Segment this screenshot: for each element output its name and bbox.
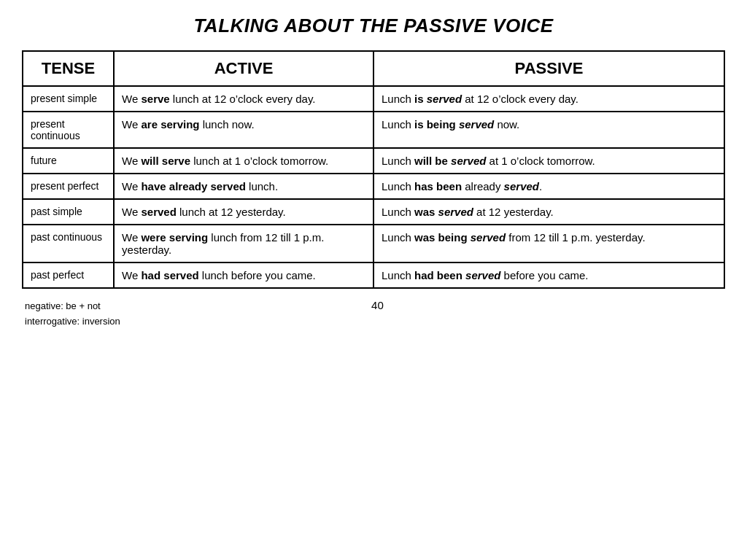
cell-tense: future [23, 148, 114, 174]
cell-tense: past continuous [23, 225, 114, 262]
cell-tense: present continuous [23, 112, 114, 148]
cell-active: We served lunch at 12 yesterday. [114, 199, 374, 225]
table-row: present perfectWe have already served lu… [23, 174, 724, 199]
cell-tense: past perfect [23, 262, 114, 288]
cell-passive: Lunch was being served from 12 till 1 p.… [374, 225, 724, 262]
footer: negative: be + not interrogative: invers… [22, 299, 725, 330]
table-row: present continuousWe are serving lunch n… [23, 112, 724, 148]
cell-active: We are serving lunch now. [114, 112, 374, 148]
cell-tense: present simple [23, 86, 114, 112]
footer-notes: negative: be + not interrogative: invers… [25, 299, 120, 330]
cell-active: We have already served lunch. [114, 174, 374, 199]
cell-active: We had served lunch before you came. [114, 262, 374, 288]
cell-passive: Lunch will be served at 1 o’clock tomorr… [374, 148, 724, 174]
footer-note-1: negative: be + not [25, 299, 120, 314]
page-number: 40 [120, 299, 635, 311]
table-row: past simpleWe served lunch at 12 yesterd… [23, 199, 724, 225]
passive-voice-table: TENSE ACTIVE PASSIVE present simpleWe se… [22, 50, 725, 289]
cell-passive: Lunch was served at 12 yesterday. [374, 199, 724, 225]
table-row: past continuousWe were serving lunch fro… [23, 225, 724, 262]
cell-tense: present perfect [23, 174, 114, 199]
table-row: present simpleWe serve lunch at 12 o’clo… [23, 86, 724, 112]
header-passive: PASSIVE [374, 51, 724, 86]
footer-note-2: interrogative: inversion [25, 314, 120, 330]
table-row: past perfectWe had served lunch before y… [23, 262, 724, 288]
cell-active: We were serving lunch from 12 till 1 p.m… [114, 225, 374, 262]
cell-passive: Lunch is served at 12 o’clock every day. [374, 86, 724, 112]
cell-tense: past simple [23, 199, 114, 225]
table-row: futureWe will serve lunch at 1 o’clock t… [23, 148, 724, 174]
cell-passive: Lunch is being served now. [374, 112, 724, 148]
header-tense: TENSE [23, 51, 114, 86]
page-title: TALKING ABOUT THE PASSIVE VOICE [193, 15, 553, 37]
cell-active: We will serve lunch at 1 o’clock tomorro… [114, 148, 374, 174]
header-active: ACTIVE [114, 51, 374, 86]
cell-passive: Lunch has been already served. [374, 174, 724, 199]
cell-passive: Lunch had been served before you came. [374, 262, 724, 288]
cell-active: We serve lunch at 12 o’clock every day. [114, 86, 374, 112]
